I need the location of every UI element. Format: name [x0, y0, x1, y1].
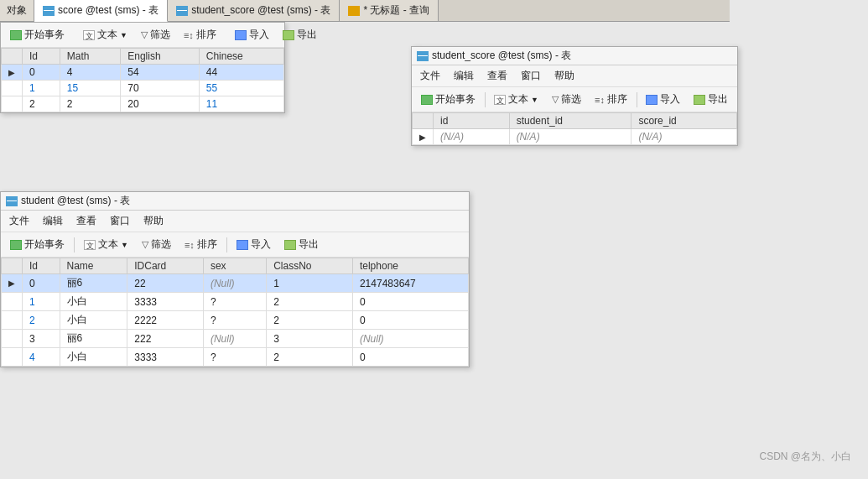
- student-score-title-icon: [417, 51, 429, 61]
- cell-student-id: (N/A): [509, 129, 632, 145]
- score-col-indicator: [2, 49, 23, 65]
- cell-id: 0: [23, 274, 60, 293]
- begin-icon: [10, 30, 22, 40]
- st-menu-help[interactable]: 帮助: [140, 212, 167, 230]
- st-menu-file[interactable]: 文件: [6, 212, 33, 230]
- cell-id: 1: [23, 293, 60, 311]
- st-text-label: 文本: [98, 237, 118, 252]
- student-table-container: Id Name IDCard sex ClassNo telphone ▶ 0 …: [1, 258, 469, 367]
- cell-idcard: 3333: [127, 293, 204, 311]
- student-score-window: student_score @test (sms) - 表 文件 编辑 查看 窗…: [411, 46, 738, 146]
- cell-name: 丽6: [60, 330, 127, 348]
- tab-sidebar[interactable]: 对象: [0, 0, 34, 21]
- ss-import-btn[interactable]: 导入: [640, 90, 686, 109]
- score-export-btn[interactable]: 导出: [277, 25, 323, 44]
- import-icon: [235, 30, 247, 40]
- cell-sex: ?: [203, 293, 266, 311]
- tab-score[interactable]: score @test (sms) - 表: [34, 0, 168, 22]
- table-row[interactable]: ▶ (N/A) (N/A) (N/A): [413, 129, 737, 145]
- menu-window[interactable]: 窗口: [517, 67, 544, 85]
- st-menu-window[interactable]: 窗口: [107, 212, 133, 230]
- table-row[interactable]: 2 2 20 11: [2, 96, 284, 112]
- score-import-btn[interactable]: 导入: [229, 25, 275, 44]
- student-score-title: student_score @test (sms) - 表: [432, 49, 571, 63]
- tab-student-score-label: student_score @test (sms) - 表: [191, 3, 330, 18]
- st-text-btn[interactable]: 文 文本 ▼: [78, 235, 134, 254]
- st-sort-btn[interactable]: ≡↕ 排序: [179, 235, 223, 254]
- ss-text-btn[interactable]: 文 文本 ▼: [488, 90, 544, 109]
- cell-sex: ?: [203, 348, 266, 367]
- cell-math: 2: [60, 96, 120, 112]
- row-indicator: ▶: [413, 129, 434, 145]
- score-sort-label: 排序: [196, 28, 216, 42]
- table-icon: [43, 6, 55, 16]
- cell-english: 70: [121, 81, 199, 96]
- text-dropdown-icon[interactable]: ▼: [120, 31, 127, 39]
- row-indicator: [2, 348, 23, 367]
- st-text-dropdown[interactable]: ▼: [121, 241, 128, 249]
- st-begin-btn[interactable]: 开始事务: [4, 235, 70, 254]
- st-col-sex: sex: [203, 258, 266, 274]
- menu-view[interactable]: 查看: [484, 67, 511, 85]
- st-export-btn[interactable]: 导出: [278, 235, 325, 254]
- cell-score-id: (N/A): [632, 129, 737, 145]
- score-col-math: Math: [60, 49, 120, 65]
- sort-icon-st: ≡↕: [185, 240, 195, 250]
- cell-id: 0: [23, 65, 60, 81]
- cell-classno: 2: [267, 348, 353, 367]
- ss-filter-label: 筛选: [561, 92, 581, 107]
- ss-export-btn[interactable]: 导出: [688, 90, 734, 109]
- score-window: 开始事务 文 文本 ▼ ▽ 筛选 ≡↕ 排序 导入: [0, 22, 285, 113]
- student-title-icon: [6, 196, 18, 206]
- score-text-btn[interactable]: 文 文本 ▼: [77, 25, 133, 44]
- begin-icon-ss: [421, 95, 433, 105]
- table-row[interactable]: 3 丽6 222 (Null) 3 (Null): [2, 330, 469, 348]
- st-filter-btn[interactable]: ▽ 筛选: [136, 235, 177, 254]
- menu-file[interactable]: 文件: [417, 67, 444, 85]
- cell-idcard: 22: [127, 274, 204, 293]
- student-score-menubar: 文件 编辑 查看 窗口 帮助: [412, 65, 737, 87]
- import-icon-ss: [646, 95, 657, 105]
- table-row[interactable]: 2 小白 2222 ? 2 0: [2, 311, 469, 330]
- ss-import-label: 导入: [660, 92, 680, 107]
- ss-text-dropdown[interactable]: ▼: [531, 96, 538, 104]
- st-import-btn[interactable]: 导入: [231, 235, 277, 254]
- table-row[interactable]: ▶ 0 丽6 22 (Null) 1 2147483647: [2, 274, 469, 293]
- st-menu-edit[interactable]: 编辑: [39, 212, 66, 230]
- score-col-english: English: [121, 49, 199, 65]
- score-toolbar: 开始事务 文 文本 ▼ ▽ 筛选 ≡↕ 排序 导入: [1, 23, 284, 48]
- ss-sort-label: 排序: [607, 92, 627, 107]
- table-row[interactable]: 1 小白 3333 ? 2 0: [2, 293, 469, 311]
- tab-student-score[interactable]: student_score @test (sms) - 表: [168, 0, 340, 21]
- export-icon: [283, 30, 294, 40]
- table-row[interactable]: 1 15 70 55: [2, 81, 284, 96]
- table-row[interactable]: ▶ 0 4 54 44: [2, 65, 284, 81]
- score-begin-btn[interactable]: 开始事务: [4, 25, 70, 44]
- text-icon: 文: [83, 30, 95, 40]
- table-row[interactable]: 4 小白 3333 ? 2 0: [2, 348, 469, 367]
- cell-idcard: 3333: [127, 348, 204, 367]
- menu-help[interactable]: 帮助: [551, 67, 578, 85]
- ss-sort-btn[interactable]: ≡↕ 排序: [589, 90, 633, 109]
- st-menu-view[interactable]: 查看: [73, 212, 100, 230]
- score-begin-label: 开始事务: [24, 28, 65, 42]
- tab-query[interactable]: * 无标题 - 查询: [340, 0, 439, 21]
- score-sort-btn[interactable]: ≡↕ 排序: [178, 25, 222, 44]
- cell-id: 2: [23, 311, 60, 330]
- cell-english: 20: [121, 96, 199, 112]
- cell-name: 小白: [60, 293, 127, 311]
- score-filter-btn[interactable]: ▽ 筛选: [135, 25, 176, 44]
- row-indicator: [2, 311, 23, 330]
- score-import-label: 导入: [249, 28, 269, 42]
- score-text-label: 文本: [97, 28, 117, 42]
- cell-id: 3: [23, 330, 60, 348]
- cell-idcard: 222: [127, 330, 204, 348]
- menu-edit[interactable]: 编辑: [450, 67, 477, 85]
- score-col-id: Id: [23, 49, 60, 65]
- ss-filter-btn[interactable]: ▽ 筛选: [546, 90, 587, 109]
- ss-begin-btn[interactable]: 开始事务: [415, 90, 481, 109]
- filter-icon-st: ▽: [142, 239, 148, 250]
- query-icon: [348, 6, 360, 16]
- cell-classno: 3: [267, 330, 353, 348]
- cell-id: 2: [23, 96, 60, 112]
